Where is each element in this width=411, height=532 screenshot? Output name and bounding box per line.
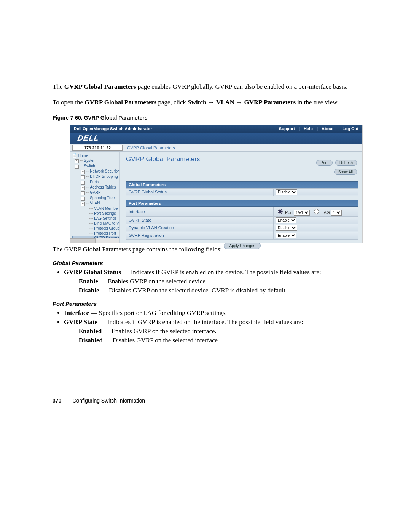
select-gvrp-global-status[interactable]: Disable [276, 189, 297, 195]
select-gvrp-state[interactable]: Enable [276, 217, 296, 223]
nav-about[interactable]: About [322, 126, 334, 131]
label-gvrp-state: GVRP State [126, 216, 274, 224]
tree-protocol-port[interactable]: ····Protocol Port [72, 231, 119, 236]
section-port-parameters: Port Parameters [53, 300, 362, 307]
port-parameters-header: Port Parameters [126, 200, 358, 207]
tree-lag-settings[interactable]: ····LAG Settings [72, 216, 119, 221]
footer-section: Configuring Switch Information [72, 398, 145, 404]
figure-caption: Figure 7-60. GVRP Global Parameters [53, 115, 362, 121]
refresh-button[interactable]: Refresh [335, 160, 357, 166]
nav-help[interactable]: Help [304, 126, 313, 131]
radio-lag[interactable] [314, 209, 319, 214]
nav-logout[interactable]: Log Out [342, 126, 358, 131]
page-footer: 370 Configuring Switch Information [53, 398, 362, 404]
tree-spanning-tree[interactable]: +···Spanning Tree [72, 195, 119, 201]
intro-paragraph-2: To open the GVRP Global Parameters page,… [53, 98, 362, 107]
label-interface: Interface [126, 207, 274, 216]
logo-strip: DELL [70, 133, 362, 144]
intro-paragraph-1: The GVRP Global Parameters page enables … [53, 83, 362, 91]
window-titlebar: Dell OpenManage Switch Administrator Sup… [70, 125, 362, 133]
apply-changes-button[interactable]: Apply Changes [224, 243, 261, 249]
window-title: Dell OpenManage Switch Administrator [74, 126, 152, 131]
tree-bind-mac[interactable]: ····Bind MAC to VLA [72, 221, 119, 226]
label-gvrp-registration: GVRP Registration [126, 232, 274, 239]
tree-switch[interactable]: −···Switch [72, 163, 119, 169]
navigation-tree-pane: 📄 Home +···System −···Switch +···Network… [70, 152, 120, 243]
content-pane: GVRP Global Parameters Print Refresh Sho… [120, 152, 362, 243]
tree-garp[interactable]: +···GARP [72, 190, 119, 195]
bullet-gvrp-disable: Disable — Disables GVRP on the selected … [74, 287, 362, 294]
tree-address-tables[interactable]: +···Address Tables [72, 185, 119, 190]
tree-vlan-membership[interactable]: ····VLAN Membershi [72, 206, 119, 211]
tree-system[interactable]: +···System [72, 158, 119, 163]
global-parameters-header: Global Parameters [126, 181, 358, 188]
device-ip-box: 176.210.11.22 [72, 145, 123, 151]
tree-protocol-group[interactable]: ····Protocol Group [72, 226, 119, 231]
select-dynamic-vlan[interactable]: Disable [276, 225, 297, 231]
bullet-gvrp-state: GVRP State — Indicates if GVRP is enable… [64, 318, 362, 344]
tree-home[interactable]: 📄 Home [72, 153, 119, 158]
nav-support[interactable]: Support [279, 126, 295, 131]
bullet-interface: Interface — Specifies port or LAG for ed… [64, 309, 362, 317]
section-global-parameters: Global Parameters [53, 260, 362, 266]
bullet-gvrp-enable: Enable — Enables GVRP on the selected de… [74, 278, 362, 285]
bullet-gvrp-global-status: GVRP Global Status — Indicates if GVRP i… [64, 268, 362, 294]
bullet-gvrp-state-enabled: Enabled — Enables GVRP on the selected i… [74, 328, 362, 335]
tree-ports[interactable]: +···Ports [72, 179, 119, 185]
label-dynamic-vlan: Dynamic VLAN Creation [126, 224, 274, 232]
label-gvrp-global-status: GVRP Global Status [126, 188, 274, 196]
select-gvrp-registration[interactable]: Enable [276, 233, 296, 238]
tree-port-settings[interactable]: ····Port Settings [72, 211, 119, 216]
breadcrumb-row: 176.210.11.22 GVRP Global Parameters [70, 144, 362, 152]
tree-scrollbar[interactable] [70, 238, 119, 243]
select-port[interactable]: 1/e1 [294, 210, 310, 216]
dell-logo: DELL [77, 134, 100, 142]
breadcrumb: GVRP Global Parameters [125, 145, 175, 150]
radio-port[interactable] [278, 209, 283, 214]
print-button[interactable]: Print [316, 160, 333, 166]
tree-dhcp-snooping[interactable]: +···DHCP Snooping [72, 174, 119, 179]
bullet-gvrp-state-disabled: Disabled — Disables GVRP on the selected… [74, 337, 362, 344]
screenshot-gvrp-parameters: Dell OpenManage Switch Administrator Sup… [70, 125, 363, 243]
show-all-button[interactable]: Show All [334, 169, 357, 175]
page-number: 370 [53, 398, 61, 404]
tree-vlan[interactable]: −···VLAN [72, 201, 119, 206]
select-lag[interactable]: 1 [331, 210, 342, 216]
tree-network-security[interactable]: +···Network Security [72, 169, 119, 174]
